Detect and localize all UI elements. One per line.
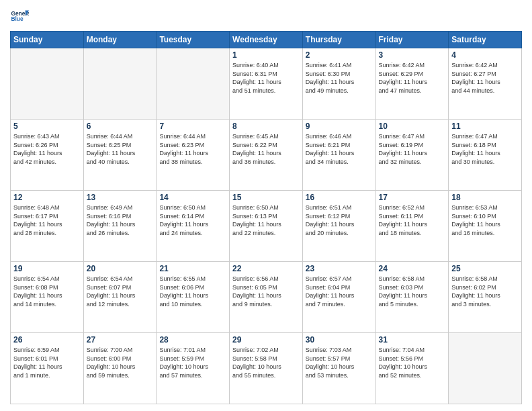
header: General Blue [10,7,522,26]
day-number: 27 [87,335,154,345]
calendar-cell: 28Sunrise: 7:01 AM Sunset: 5:59 PM Dayli… [157,333,230,404]
day-number: 1 [232,50,300,60]
cell-info: Sunrise: 6:40 AM Sunset: 6:31 PM Dayligh… [232,61,300,95]
calendar-day-header: Thursday [302,32,375,48]
day-number: 19 [13,264,81,273]
cell-info: Sunrise: 6:48 AM Sunset: 6:17 PM Dayligh… [13,203,81,237]
calendar-week-row: 26Sunrise: 6:59 AM Sunset: 6:01 PM Dayli… [11,333,522,404]
cell-info: Sunrise: 6:44 AM Sunset: 6:25 PM Dayligh… [87,132,154,166]
calendar-cell [449,333,522,404]
calendar-cell: 13Sunrise: 6:49 AM Sunset: 6:16 PM Dayli… [83,191,157,262]
calendar-cell: 5Sunrise: 6:43 AM Sunset: 6:26 PM Daylig… [11,120,84,191]
calendar-cell: 8Sunrise: 6:45 AM Sunset: 6:22 PM Daylig… [230,120,303,191]
calendar-week-row: 19Sunrise: 6:54 AM Sunset: 6:08 PM Dayli… [11,262,522,333]
calendar-cell: 22Sunrise: 6:56 AM Sunset: 6:05 PM Dayli… [230,262,303,333]
cell-info: Sunrise: 7:04 AM Sunset: 5:56 PM Dayligh… [379,346,446,379]
calendar-table: SundayMondayTuesdayWednesdayThursdayFrid… [10,31,522,404]
cell-info: Sunrise: 7:03 AM Sunset: 5:57 PM Dayligh… [306,346,373,379]
day-number: 29 [232,335,300,345]
calendar-day-header: Wednesday [230,32,303,48]
cell-info: Sunrise: 6:57 AM Sunset: 6:04 PM Dayligh… [306,275,373,308]
cell-info: Sunrise: 6:52 AM Sunset: 6:11 PM Dayligh… [379,203,446,237]
day-number: 15 [232,193,300,202]
cell-info: Sunrise: 6:50 AM Sunset: 6:14 PM Dayligh… [159,203,226,237]
svg-text:Blue: Blue [11,15,23,22]
day-number: 7 [159,122,226,131]
day-number: 22 [232,264,300,273]
day-number: 13 [87,193,154,202]
day-number: 21 [159,264,226,273]
calendar-day-header: Friday [375,32,449,48]
cell-info: Sunrise: 6:43 AM Sunset: 6:26 PM Dayligh… [13,132,81,166]
day-number: 17 [379,193,446,202]
calendar-week-row: 1Sunrise: 6:40 AM Sunset: 6:31 PM Daylig… [11,48,522,120]
calendar-cell: 20Sunrise: 6:54 AM Sunset: 6:07 PM Dayli… [83,262,157,333]
calendar-cell: 4Sunrise: 6:42 AM Sunset: 6:27 PM Daylig… [449,48,522,120]
calendar-cell: 30Sunrise: 7:03 AM Sunset: 5:57 PM Dayli… [302,333,375,404]
calendar-cell: 1Sunrise: 6:40 AM Sunset: 6:31 PM Daylig… [230,48,303,120]
cell-info: Sunrise: 6:47 AM Sunset: 6:18 PM Dayligh… [451,132,519,166]
calendar-cell: 31Sunrise: 7:04 AM Sunset: 5:56 PM Dayli… [375,333,449,404]
calendar-cell [157,48,230,120]
calendar-day-header: Monday [83,32,157,48]
day-number: 4 [451,50,519,60]
calendar-cell: 3Sunrise: 6:42 AM Sunset: 6:29 PM Daylig… [375,48,449,120]
calendar-cell [11,48,84,120]
logo: General Blue [10,7,29,26]
calendar-cell: 19Sunrise: 6:54 AM Sunset: 6:08 PM Dayli… [11,262,84,333]
cell-info: Sunrise: 6:54 AM Sunset: 6:08 PM Dayligh… [13,275,81,308]
day-number: 3 [379,50,446,60]
cell-info: Sunrise: 6:51 AM Sunset: 6:12 PM Dayligh… [306,203,373,237]
cell-info: Sunrise: 7:00 AM Sunset: 6:00 PM Dayligh… [87,346,154,379]
calendar-cell: 10Sunrise: 6:47 AM Sunset: 6:19 PM Dayli… [375,120,449,191]
cell-info: Sunrise: 6:42 AM Sunset: 6:27 PM Dayligh… [451,61,519,95]
day-number: 25 [451,264,519,273]
day-number: 2 [306,50,373,60]
calendar-cell: 29Sunrise: 7:02 AM Sunset: 5:58 PM Dayli… [230,333,303,404]
day-number: 30 [306,335,373,345]
calendar-day-header: Sunday [11,32,84,48]
day-number: 31 [379,335,446,345]
day-number: 26 [13,335,81,345]
cell-info: Sunrise: 6:53 AM Sunset: 6:10 PM Dayligh… [451,203,519,237]
calendar-week-row: 5Sunrise: 6:43 AM Sunset: 6:26 PM Daylig… [11,120,522,191]
calendar-day-header: Saturday [449,32,522,48]
calendar-day-header: Tuesday [157,32,230,48]
cell-info: Sunrise: 6:56 AM Sunset: 6:05 PM Dayligh… [232,275,300,308]
day-number: 23 [306,264,373,273]
cell-info: Sunrise: 7:01 AM Sunset: 5:59 PM Dayligh… [159,346,226,379]
calendar-header-row: SundayMondayTuesdayWednesdayThursdayFrid… [11,32,522,48]
day-number: 12 [13,193,81,202]
day-number: 8 [232,122,300,131]
day-number: 5 [13,122,81,131]
cell-info: Sunrise: 6:41 AM Sunset: 6:30 PM Dayligh… [306,61,373,95]
calendar-cell: 11Sunrise: 6:47 AM Sunset: 6:18 PM Dayli… [449,120,522,191]
cell-info: Sunrise: 6:55 AM Sunset: 6:06 PM Dayligh… [159,275,226,308]
day-number: 18 [451,193,519,202]
calendar-week-row: 12Sunrise: 6:48 AM Sunset: 6:17 PM Dayli… [11,191,522,262]
calendar-cell: 9Sunrise: 6:46 AM Sunset: 6:21 PM Daylig… [302,120,375,191]
day-number: 28 [159,335,226,345]
calendar-cell: 27Sunrise: 7:00 AM Sunset: 6:00 PM Dayli… [83,333,157,404]
day-number: 20 [87,264,154,273]
calendar-cell: 24Sunrise: 6:58 AM Sunset: 6:03 PM Dayli… [375,262,449,333]
calendar-cell: 6Sunrise: 6:44 AM Sunset: 6:25 PM Daylig… [83,120,157,191]
calendar-cell [83,48,157,120]
calendar-cell: 26Sunrise: 6:59 AM Sunset: 6:01 PM Dayli… [11,333,84,404]
cell-info: Sunrise: 6:44 AM Sunset: 6:23 PM Dayligh… [159,132,226,166]
cell-info: Sunrise: 7:02 AM Sunset: 5:58 PM Dayligh… [232,346,300,379]
cell-info: Sunrise: 6:58 AM Sunset: 6:02 PM Dayligh… [451,275,519,308]
calendar-cell: 21Sunrise: 6:55 AM Sunset: 6:06 PM Dayli… [157,262,230,333]
day-number: 11 [451,122,519,131]
cell-info: Sunrise: 6:42 AM Sunset: 6:29 PM Dayligh… [379,61,446,95]
calendar-cell: 2Sunrise: 6:41 AM Sunset: 6:30 PM Daylig… [302,48,375,120]
day-number: 9 [306,122,373,131]
cell-info: Sunrise: 6:45 AM Sunset: 6:22 PM Dayligh… [232,132,300,166]
cell-info: Sunrise: 6:58 AM Sunset: 6:03 PM Dayligh… [379,275,446,308]
logo-icon: General Blue [10,7,29,26]
day-number: 24 [379,264,446,273]
calendar-cell: 15Sunrise: 6:50 AM Sunset: 6:13 PM Dayli… [230,191,303,262]
cell-info: Sunrise: 6:46 AM Sunset: 6:21 PM Dayligh… [306,132,373,166]
day-number: 16 [306,193,373,202]
calendar-cell: 17Sunrise: 6:52 AM Sunset: 6:11 PM Dayli… [375,191,449,262]
